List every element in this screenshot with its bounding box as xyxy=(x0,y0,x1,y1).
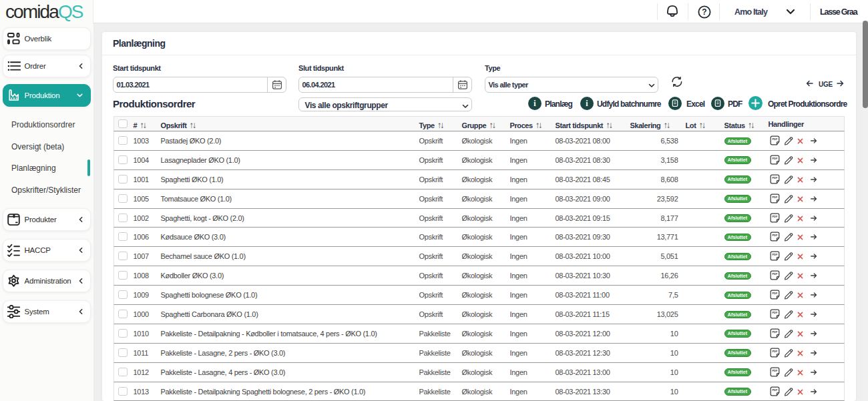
svg-text:PDF: PDF xyxy=(772,195,778,199)
svg-text:PDF: PDF xyxy=(772,234,778,237)
svg-text:PDF: PDF xyxy=(772,330,778,334)
svg-text:PDF: PDF xyxy=(772,176,778,179)
svg-text:PDF: PDF xyxy=(772,215,778,218)
svg-text:PDF: PDF xyxy=(772,388,778,392)
svg-text:PDF: PDF xyxy=(772,253,778,256)
svg-text:PDF: PDF xyxy=(772,157,778,160)
svg-text:?: ? xyxy=(702,7,706,17)
svg-text:PDF: PDF xyxy=(772,272,778,276)
svg-text:PDF: PDF xyxy=(772,137,778,141)
svg-text:PDF: PDF xyxy=(772,311,778,314)
svg-text:PDF: PDF xyxy=(772,350,778,353)
svg-text:PDF: PDF xyxy=(772,292,778,295)
svg-text:PDF: PDF xyxy=(772,369,778,372)
